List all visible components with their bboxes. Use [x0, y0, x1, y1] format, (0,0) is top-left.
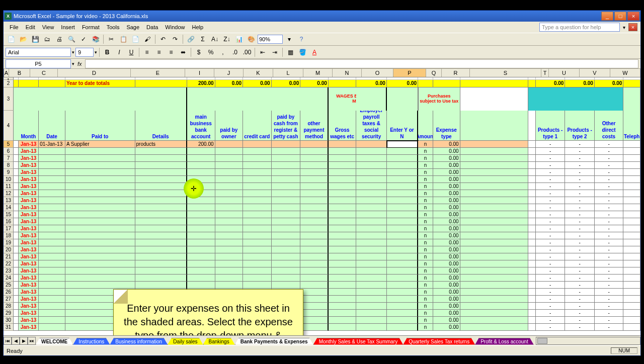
new-icon[interactable]: 📄	[6, 34, 17, 45]
zoom-input[interactable]	[258, 35, 283, 44]
row-header-9[interactable]: 9	[4, 169, 14, 176]
row-header-18[interactable]: 18	[4, 232, 14, 239]
help-dropdown-icon[interactable]: ▾	[623, 25, 625, 30]
col-header-O[interactable]: O	[362, 69, 393, 77]
col-header-S[interactable]: S	[470, 69, 541, 77]
font-size[interactable]	[75, 48, 94, 57]
save-icon[interactable]: 💾	[30, 34, 41, 45]
menu-help[interactable]: Help	[189, 23, 206, 31]
col-header-D[interactable]: D	[58, 69, 131, 77]
col-header-M[interactable]: M	[303, 69, 333, 77]
col-header-I[interactable]: I	[185, 69, 214, 77]
col-header-V[interactable]: V	[580, 69, 610, 77]
decrease-decimal-icon[interactable]: .00	[242, 47, 253, 58]
tab-last-icon[interactable]: ⏭	[28, 337, 36, 345]
col-header-J[interactable]: J	[214, 69, 244, 77]
row-header-29[interactable]: 29	[4, 310, 14, 317]
row-header-4[interactable]: 4	[4, 111, 14, 141]
copy-icon[interactable]: 📋	[118, 34, 129, 45]
row-header-8[interactable]: 8	[4, 162, 14, 169]
menu-edit[interactable]: Edit	[23, 23, 38, 31]
maximize-button[interactable]: □	[614, 12, 626, 21]
col-header-U[interactable]: U	[549, 69, 580, 77]
spell-icon[interactable]: ✓	[78, 34, 89, 45]
merge-icon[interactable]: ⬌	[178, 47, 189, 58]
menu-insert[interactable]: Insert	[58, 23, 78, 31]
chart-icon[interactable]: 📊	[233, 34, 245, 45]
row-header-17[interactable]: 17	[4, 225, 14, 232]
col-header-C[interactable]: C	[30, 69, 58, 77]
row-header-13[interactable]: 13	[4, 197, 14, 204]
col-header-N[interactable]: N	[333, 69, 362, 77]
increase-decimal-icon[interactable]: .0	[229, 47, 240, 58]
row-header-28[interactable]: 28	[4, 303, 14, 310]
zoom-dropdown-icon[interactable]: ▾	[284, 34, 295, 45]
print-icon[interactable]: 🖨	[54, 34, 65, 45]
tab-next-icon[interactable]: ▶	[20, 337, 28, 345]
titlebar[interactable]: X Microsoft Excel - Sample for video - 2…	[4, 11, 640, 22]
row-header-22[interactable]: 22	[4, 260, 14, 267]
row-header-10[interactable]: 10	[4, 176, 14, 183]
tab-prev-icon[interactable]: ◀	[12, 337, 20, 345]
col-header-T[interactable]: T	[541, 69, 549, 77]
horizontal-scrollbar[interactable]	[536, 337, 640, 345]
menu-tools[interactable]: Tools	[104, 23, 123, 31]
paste-icon[interactable]: 📄	[130, 34, 141, 45]
row-header-14[interactable]: 14	[4, 204, 14, 211]
open-icon[interactable]: 📂	[18, 34, 29, 45]
underline-icon[interactable]: U	[126, 47, 137, 58]
col-header-Q[interactable]: Q	[426, 69, 442, 77]
permission-icon[interactable]: 🗂	[42, 34, 53, 45]
sheet-tab[interactable]: Profit & Loss account	[475, 338, 534, 345]
row-header-3[interactable]: 3	[4, 87, 14, 111]
row-header-11[interactable]: 11	[4, 183, 14, 190]
tab-first-icon[interactable]: ⏮	[4, 337, 12, 345]
format-painter-icon[interactable]: 🖌	[142, 34, 153, 45]
col-header-P[interactable]: P	[393, 69, 426, 77]
help-search[interactable]: Type a question for help	[539, 23, 620, 32]
menu-file[interactable]: File	[7, 23, 22, 31]
hyperlink-icon[interactable]: 🔗	[185, 34, 196, 45]
col-header-B[interactable]: B	[9, 69, 30, 77]
comma-icon[interactable]: ,	[217, 47, 228, 58]
menu-format[interactable]: Format	[79, 23, 103, 31]
col-header-E[interactable]: E	[131, 69, 185, 77]
col-header-L[interactable]: L	[273, 69, 303, 77]
borders-icon[interactable]: ▦	[285, 47, 296, 58]
menu-window[interactable]: Window	[162, 23, 188, 31]
sheet-tab[interactable]: WELCOME	[36, 338, 73, 345]
align-right-icon[interactable]: ≡	[166, 47, 177, 58]
decrease-indent-icon[interactable]: ⇤	[257, 47, 268, 58]
row-header-16[interactable]: 16	[4, 218, 14, 225]
minimize-button[interactable]: _	[601, 12, 613, 21]
menu-data[interactable]: Data	[143, 23, 161, 31]
research-icon[interactable]: 📚	[90, 34, 101, 45]
cut-icon[interactable]: ✂	[106, 34, 117, 45]
sheet-tab[interactable]: Daily sales	[168, 338, 203, 345]
menu-sage[interactable]: Sage	[123, 23, 142, 31]
sort-desc-icon[interactable]: Z↓	[221, 34, 232, 45]
bold-icon[interactable]: B	[102, 47, 113, 58]
align-left-icon[interactable]: ≡	[141, 47, 152, 58]
name-box[interactable]	[6, 59, 71, 68]
col-header-K[interactable]: K	[244, 69, 273, 77]
sheet-tab[interactable]: Bankings	[203, 338, 235, 345]
row-header-2[interactable]: 2	[4, 80, 14, 87]
close-button[interactable]: ×	[627, 12, 639, 21]
font-color-icon[interactable]: A	[309, 47, 320, 58]
row-header-27[interactable]: 27	[4, 296, 14, 303]
sheet-tab[interactable]: Instructions	[73, 338, 110, 345]
row-header-15[interactable]: 15	[4, 211, 14, 218]
col-header-W[interactable]: W	[610, 69, 640, 77]
row-header-30[interactable]: 30	[4, 317, 14, 324]
row-header-23[interactable]: 23	[4, 267, 14, 275]
preview-icon[interactable]: 🔍	[66, 34, 77, 45]
row-header-24[interactable]: 24	[4, 275, 14, 282]
row-header-26[interactable]: 26	[4, 289, 14, 296]
undo-icon[interactable]: ↶	[157, 34, 169, 45]
row-header-19[interactable]: 19	[4, 239, 14, 246]
redo-icon[interactable]: ↷	[170, 34, 181, 45]
fx-icon[interactable]: fx	[77, 61, 82, 67]
font-size-dropdown-icon[interactable]: ▾	[95, 50, 97, 55]
namebox-dropdown-icon[interactable]: ▾	[72, 61, 74, 66]
